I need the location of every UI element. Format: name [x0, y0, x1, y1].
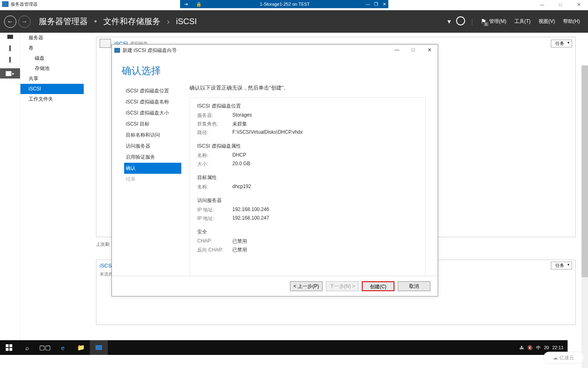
size-label: 大小:: [197, 161, 232, 168]
section-target: 目标属性: [197, 174, 418, 181]
left-rail: ▸: [0, 33, 20, 340]
main-scrollbar[interactable]: [581, 65, 588, 368]
watermark: ☁亿速云: [543, 352, 584, 364]
svg-rect-1: [9, 344, 12, 347]
pin-icon[interactable]: ⇥: [184, 2, 188, 7]
crumb-svc[interactable]: 文件和存储服务: [103, 17, 160, 26]
vm-minimize[interactable]: —: [364, 2, 372, 7]
host-window-buttons: — □ ✕: [533, 0, 588, 10]
sidebar-item-iscsi[interactable]: iSCSI: [20, 84, 84, 94]
rail-local-icon[interactable]: [0, 45, 20, 56]
step-access[interactable]: 访问服务器: [124, 141, 181, 152]
sidebar-item-servers[interactable]: 服务器: [20, 33, 84, 43]
menu-tools[interactable]: 工具(T): [514, 18, 530, 25]
ie-icon[interactable]: e: [54, 340, 72, 355]
step-confirm[interactable]: 确认: [124, 163, 181, 174]
svg-rect-0: [6, 344, 9, 347]
tray-extra: 20: [544, 345, 549, 350]
taskview-icon[interactable]: ▢▢: [36, 340, 54, 355]
rchap-label: 反向 CHAP:: [197, 247, 232, 254]
step-size[interactable]: iSCSI 虚拟磁盘大小: [124, 108, 181, 119]
chap-value: 已禁用: [232, 238, 247, 245]
menu-help[interactable]: 帮助(H): [563, 18, 580, 25]
wizard-minimize[interactable]: —: [389, 45, 405, 56]
menu-view[interactable]: 视图(V): [539, 18, 555, 25]
server-value: Storages: [232, 112, 252, 119]
sidebar-item-workfolders[interactable]: 工作文件夹: [20, 94, 84, 104]
wizard-icon: [114, 48, 120, 53]
refresh-icon[interactable]: [455, 16, 466, 27]
tasks-dropdown[interactable]: 任务: [551, 40, 572, 47]
role-value: 未群集: [232, 121, 247, 128]
rail-all-icon[interactable]: [0, 57, 20, 67]
prev-button[interactable]: < 上一步(P): [290, 281, 323, 291]
search-icon[interactable]: ⌕: [18, 340, 36, 355]
svg-rect-3: [9, 348, 12, 351]
wizard-close[interactable]: ✕: [421, 45, 438, 56]
vm-title: 1-Storage1-252 on TEST: [206, 2, 364, 7]
wizard-heading: 确认选择: [112, 56, 438, 83]
sidebar-item-shares[interactable]: 共享: [20, 74, 84, 84]
role-label: 群集角色:: [197, 121, 232, 128]
wizard-content: 确认以下设置正确无误，然后单击"创建"。 ISCSI 虚拟磁盘位置 服务器:St…: [181, 83, 438, 280]
rail-files-icon[interactable]: ▸: [0, 68, 20, 79]
tasks-dropdown-2[interactable]: 任务: [551, 262, 572, 269]
tray-ime[interactable]: 中: [536, 345, 541, 351]
vm-restore[interactable]: ❐: [372, 2, 380, 7]
app-title: 服务器管理器: [11, 1, 38, 7]
server-label: 服务器:: [197, 112, 232, 119]
sidebar-item-pools[interactable]: 存储池: [20, 63, 84, 74]
sidebar-item-disks[interactable]: 磁盘: [20, 53, 84, 63]
breadcrumb: 服务器管理器 • 文件和存储服务 › iSCSI: [39, 16, 197, 27]
ip1-value: 192.168.100.246: [232, 206, 269, 213]
diskname-label: 名称:: [197, 152, 232, 159]
step-target[interactable]: iSCSI 目标: [124, 119, 181, 130]
section-attr: ISCSI 虚拟磁盘属性: [197, 143, 418, 150]
server-manager-header: ← → 服务器管理器 • 文件和存储服务 › iSCSI ▾ | ⚑1 管理(M…: [0, 10, 588, 33]
host-close[interactable]: ✕: [570, 0, 588, 10]
chap-label: CHAP:: [197, 238, 232, 245]
wizard-title: 新建 iSCSI 虚拟磁盘向导: [122, 47, 177, 54]
vm-connection-bar: ⇥ 🔒 1-Storage1-252 on TEST — ❐ ✕: [180, 0, 388, 8]
section-security: 安全: [197, 229, 418, 236]
step-name[interactable]: iSCSI 虚拟磁盘名称: [124, 96, 181, 108]
step-auth[interactable]: 启用验证服务: [124, 152, 181, 163]
cancel-button[interactable]: 取消: [398, 281, 430, 291]
wizard-footer: < 上一步(P) 下一步(N) > 创建(C) 取消: [112, 276, 438, 296]
tray-time[interactable]: 22:11: [552, 345, 564, 350]
wizard-titlebar[interactable]: 新建 iSCSI 虚拟磁盘向导 — □ ✕: [112, 45, 438, 56]
step-location[interactable]: iSCSI 虚拟磁盘位置: [124, 85, 181, 96]
targetname-value: dhcp192: [232, 184, 251, 191]
wizard-steps: iSCSI 虚拟磁盘位置 iSCSI 虚拟磁盘名称 iSCSI 虚拟磁盘大小 i…: [112, 83, 181, 280]
crumb-root[interactable]: 服务器管理器: [39, 17, 88, 26]
vm-close[interactable]: ✕: [380, 2, 388, 7]
host-minimize[interactable]: —: [533, 0, 551, 10]
tray-sound-icon[interactable]: 🔇: [527, 345, 533, 350]
system-tray[interactable]: 🖧 🔇 中 20 22:11: [518, 345, 568, 351]
flag-icon[interactable]: ⚑1: [478, 18, 489, 25]
servermanager-taskbar-icon[interactable]: [90, 340, 108, 355]
rail-dashboard-icon[interactable]: [0, 34, 20, 44]
step-target-name[interactable]: 目标名称和访问: [124, 130, 181, 141]
section-access: 访问服务器: [197, 197, 418, 204]
rchap-value: 已禁用: [232, 247, 247, 254]
nav-forward-button[interactable]: →: [18, 16, 31, 28]
menu-manage[interactable]: 管理(M): [489, 18, 506, 25]
start-button[interactable]: [0, 340, 18, 355]
lock-icon[interactable]: 🔒: [196, 2, 202, 7]
panel-icon: [100, 39, 111, 48]
dropdown-icon[interactable]: ▾: [443, 18, 455, 25]
next-button: 下一步(N) >: [326, 281, 359, 291]
targetname-label: 名称:: [197, 184, 232, 191]
create-button[interactable]: 创建(C): [362, 281, 394, 291]
crumb-leaf[interactable]: iSCSI: [176, 17, 197, 26]
wizard-maximize[interactable]: □: [405, 45, 421, 56]
iscsi-wizard-dialog: 新建 iSCSI 虚拟磁盘向导 — □ ✕ 确认选择 iSCSI 虚拟磁盘位置 …: [111, 44, 438, 296]
explorer-icon[interactable]: 📁: [72, 340, 90, 355]
path-value: F:\iSCSIVirtualDisks\DHCP.vhdx: [232, 129, 303, 136]
host-maximize[interactable]: □: [551, 0, 570, 10]
app-icon: [2, 1, 9, 7]
tray-network-icon[interactable]: 🖧: [519, 345, 524, 350]
sidebar-item-volumes[interactable]: 卷: [20, 43, 84, 53]
nav-back-button[interactable]: ←: [4, 16, 16, 28]
